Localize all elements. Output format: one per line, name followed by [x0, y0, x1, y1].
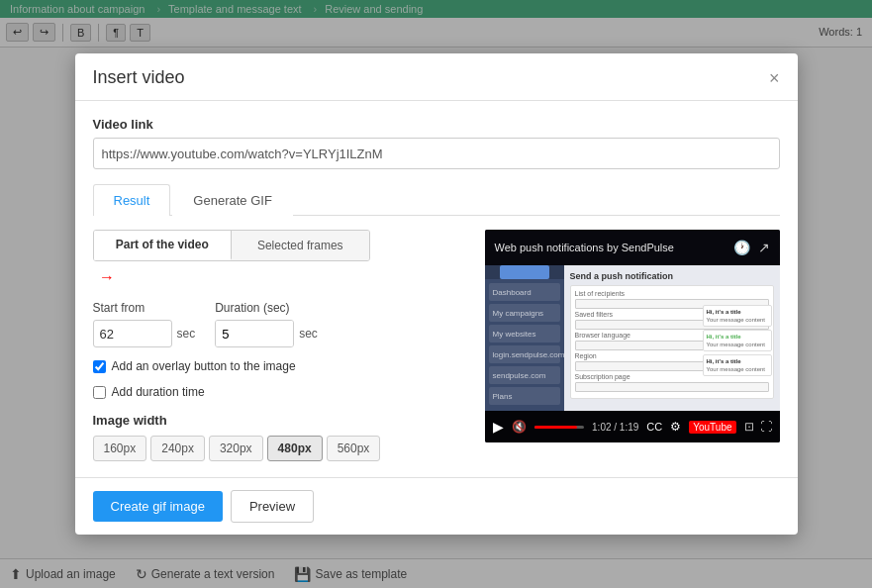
settings-button[interactable]: ⚙ — [670, 420, 681, 434]
push-notification-2-body: Your message content — [707, 342, 768, 347]
video-url-input[interactable] — [93, 138, 780, 169]
duration-unit: sec — [299, 327, 318, 341]
start-from-label: Start from — [93, 301, 196, 315]
start-from-unit: sec — [177, 327, 196, 341]
push-notification-3-body: Your message content — [707, 366, 768, 372]
duration-checkbox-label: Add duration time — [112, 385, 205, 399]
video-time: 1:02 / 1:19 — [592, 422, 638, 433]
width-btn-240[interactable]: 240px — [150, 436, 205, 461]
video-thumbnail: Web push notifications by SendPulse 🕐 ↗ — [485, 230, 780, 442]
sub-tabs: Part of the video Selected frames — [93, 230, 370, 261]
video-title-bar: Web push notifications by SendPulse 🕐 ↗ — [485, 230, 780, 265]
video-controls: ▶ 🔇 1:02 / 1:19 CC ⚙ YouTube ⊡ ⛶ — [485, 411, 780, 442]
push-form-input-5 — [575, 382, 769, 392]
arrow-indicator: → — [99, 265, 469, 287]
checkbox-duration-row: Add duration time — [93, 385, 469, 399]
duration-checkbox[interactable] — [93, 386, 106, 399]
play-button[interactable]: ▶ — [493, 419, 504, 435]
video-icons: 🕐 ↗ — [733, 240, 770, 255]
mute-button[interactable]: 🔇 — [512, 420, 527, 434]
modal-close-button[interactable]: × — [769, 69, 780, 87]
tab-generate-gif[interactable]: Generate GIF — [172, 184, 292, 216]
sidebar-item-5: sendpulse.com — [489, 366, 560, 384]
push-notification-1-title: Hi, it's a title — [707, 309, 741, 315]
sub-tab-selected-frames[interactable]: Selected frames — [232, 231, 369, 260]
sidebar-item-6: Plans — [489, 387, 560, 405]
push-notification-2: Hi, it's a title Your message content — [703, 330, 772, 351]
start-from-group: Start from sec — [93, 301, 196, 347]
checkbox-overlay-row: Add an overlay button to the image — [93, 359, 469, 373]
sidebar-logo — [500, 265, 549, 279]
progress-bar[interactable] — [534, 426, 585, 429]
clock-icon: 🕐 — [733, 240, 750, 255]
start-from-input-wrapper: sec — [93, 320, 196, 347]
sidebar-item-3: My websites — [489, 325, 560, 343]
video-content: Dashboard My campaigns My websites login… — [485, 265, 780, 411]
duration-input[interactable] — [216, 321, 294, 346]
modal-body: Video link Result Generate GIF Part of t… — [75, 101, 798, 477]
overlay-checkbox[interactable] — [93, 360, 106, 373]
overlay-checkbox-label: Add an overlay button to the image — [112, 359, 296, 373]
progress-fill — [534, 426, 578, 429]
cc-button[interactable]: CC — [646, 421, 662, 433]
duration-input-wrapper: ▲ ▼ sec — [215, 320, 318, 347]
image-width-label: Image width — [93, 413, 469, 428]
ctrl-extra-icons: ⊡ ⛶ — [744, 420, 772, 434]
sub-tab-part-of-video[interactable]: Part of the video — [94, 231, 233, 260]
push-notification-2-title: Hi, it's a title — [707, 334, 741, 340]
video-sidebar: Dashboard My campaigns My websites login… — [485, 265, 564, 411]
duration-spinner: ▲ ▼ — [215, 320, 294, 347]
video-link-label: Video link — [93, 117, 780, 132]
duration-label: Duration (sec) — [215, 301, 318, 315]
push-notification-3: Hi, it's a title Your message content — [703, 354, 772, 376]
left-panel: Part of the video Selected frames → Star… — [93, 230, 469, 461]
tabs-row: Result Generate GIF — [93, 183, 780, 216]
red-arrow-icon: → — [99, 269, 115, 287]
fullscreen-icon[interactable]: ⛶ — [760, 420, 772, 434]
width-options: 160px 240px 320px 480px 560px — [93, 436, 469, 461]
preview-button[interactable]: Preview — [231, 490, 314, 523]
modal-header: Insert video × — [75, 53, 798, 101]
width-btn-560[interactable]: 560px — [327, 436, 381, 461]
push-notification-1-body: Your message content — [707, 317, 768, 323]
width-btn-320[interactable]: 320px — [209, 436, 263, 461]
sidebar-header — [485, 265, 564, 279]
push-notification-1: Hi, it's a title Your message content — [703, 305, 772, 327]
sidebar-item-2: My campaigns — [489, 304, 560, 322]
start-from-input[interactable] — [93, 320, 172, 347]
width-btn-160[interactable]: 160px — [93, 436, 147, 461]
form-row: Start from sec Duration (sec) — [93, 301, 469, 347]
sidebar-nav: Dashboard My campaigns My websites login… — [485, 279, 564, 412]
push-notification-1-header: Hi, it's a title — [707, 309, 768, 315]
video-title-text: Web push notifications by SendPulse — [495, 242, 674, 253]
push-notification-3-header: Hi, it's a title — [707, 358, 768, 364]
modal-overlay: Insert video × Video link Result Generat… — [0, 0, 872, 588]
push-form-label-1: List of recipients — [575, 290, 769, 297]
cast-icon[interactable]: ⊡ — [744, 420, 754, 434]
push-notifications-panel: Hi, it's a title Your message content Hi… — [703, 305, 772, 376]
tab-result[interactable]: Result — [93, 184, 171, 216]
duration-group: Duration (sec) ▲ ▼ sec — [215, 301, 318, 347]
insert-video-modal: Insert video × Video link Result Generat… — [75, 53, 798, 535]
width-btn-480[interactable]: 480px — [267, 436, 323, 461]
modal-footer: Create gif image Preview — [75, 477, 798, 535]
youtube-label: YouTube — [689, 421, 735, 434]
push-notification-2-header: Hi, it's a title — [707, 334, 768, 340]
tab-content: Part of the video Selected frames → Star… — [93, 230, 780, 461]
sidebar-item-4: login.sendpulse.com — [489, 345, 560, 363]
right-panel: Web push notifications by SendPulse 🕐 ↗ — [485, 230, 780, 461]
push-notification-3-title: Hi, it's a title — [707, 358, 741, 364]
video-main-title: Send a push notification — [570, 271, 774, 281]
sidebar-item-1: Dashboard — [489, 283, 560, 301]
modal-title: Insert video — [93, 67, 185, 88]
create-gif-button[interactable]: Create gif image — [93, 491, 223, 522]
image-width-section: Image width 160px 240px 320px 480px 560p… — [93, 413, 469, 461]
share-icon: ↗ — [758, 240, 770, 255]
